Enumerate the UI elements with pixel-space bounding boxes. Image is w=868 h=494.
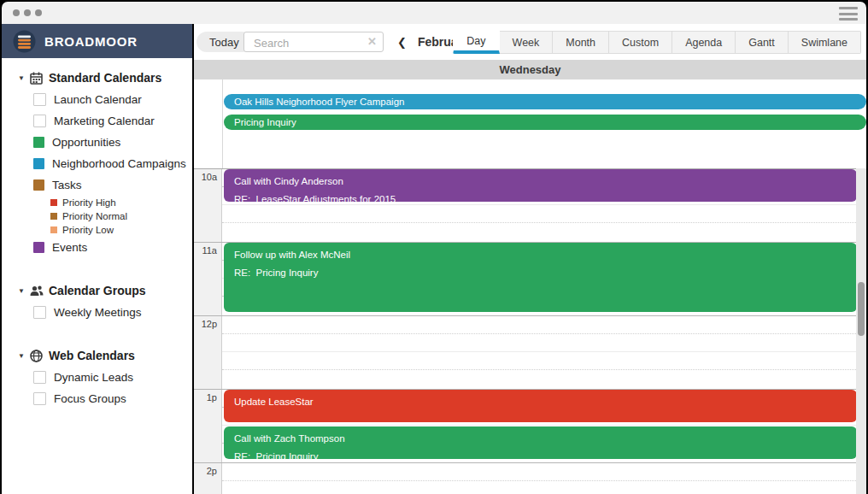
tab-gantt[interactable]: Gantt (736, 31, 789, 54)
item-label: Tasks (52, 179, 82, 191)
broadmoor-logo-icon (13, 30, 36, 53)
event-title: Call with Zach Thompson (234, 432, 847, 445)
collapse-arrow-icon: ▼ (18, 287, 30, 295)
section-web-calendars: ▼Web CalendarsDynamic LeadsFocus Groups (2, 344, 192, 409)
item-label: Priority High (62, 197, 116, 208)
search-input[interactable] (252, 33, 367, 52)
item-label: Launch Calendar (54, 93, 142, 106)
calendar-list: ▼Standard CalendarsLaunch CalendarMarket… (2, 58, 192, 409)
main-panel: Today ✕ ❮ February 16, 2015 ❯ DayWeekMon… (194, 24, 866, 494)
window-dot-icon[interactable] (24, 9, 31, 16)
section-label: Standard Calendars (49, 71, 161, 85)
app-window: BROADMOOR ▼Standard CalendarsLaunch Cale… (0, 0, 868, 494)
sidebar-item-opportunities[interactable]: Opportunities (2, 132, 192, 153)
event-title: Call with Cindy Anderson (234, 174, 847, 188)
item-label: Events (52, 241, 87, 254)
event-subtitle: RE: Pricing Inquiry (234, 266, 847, 279)
sidebar-item-priority-low[interactable]: Priority Low (2, 223, 192, 237)
window-controls[interactable] (13, 9, 42, 16)
allday-event[interactable]: Oak Hills Neighorhood Flyer Campaign (224, 94, 866, 109)
day-column-header: Wednesday (194, 60, 866, 79)
section-label: Calendar Groups (49, 284, 146, 297)
sidebar-item-events[interactable]: Events (2, 237, 192, 258)
sidebar-item-priority-normal[interactable]: Priority Normal (2, 209, 192, 223)
globe-icon (30, 350, 45, 362)
brand-name: BROADMOOR (44, 34, 138, 49)
view-tabs: DayWeekMonthCustomAgendaGanttSwimlane (453, 31, 861, 54)
color-swatch (33, 158, 44, 169)
vertical-scrollbar[interactable] (856, 168, 866, 494)
time-label: 2p (194, 463, 222, 494)
calendar-event[interactable]: Update LeaseStar (224, 390, 857, 422)
item-label: Neighborhood Campaigns (52, 157, 186, 170)
tab-month[interactable]: Month (553, 31, 609, 54)
sidebar-item-neighborhood-campaigns[interactable]: Neighborhood Campaigns (2, 153, 192, 174)
checkbox[interactable] (33, 115, 46, 127)
time-label: 12p (194, 316, 222, 389)
tab-day[interactable]: Day (453, 31, 499, 54)
search-box: ✕ (243, 32, 384, 52)
item-label: Dynamic Leads (54, 371, 133, 384)
checkbox[interactable] (33, 371, 46, 384)
calendar-event[interactable]: Call with Zach ThompsonRE: Pricing Inqui… (224, 426, 857, 459)
window-dot-icon[interactable] (35, 9, 42, 16)
sidebar-item-weekly-meetings[interactable]: Weekly Meetings (2, 302, 192, 323)
time-label: 1p (194, 390, 222, 462)
event-title: Follow up with Alex McNeil (234, 248, 847, 262)
tab-swimlane[interactable]: Swimlane (789, 31, 861, 54)
time-row: 2p (194, 463, 866, 494)
tab-custom[interactable]: Custom (609, 31, 672, 54)
people-icon (30, 285, 45, 297)
hamburger-icon[interactable] (839, 7, 858, 21)
event-subtitle: RE: Pricing Inquiry (234, 450, 847, 459)
time-cell[interactable] (222, 463, 866, 494)
item-label: Priority Normal (62, 211, 127, 221)
item-label: Weekly Meetings (54, 306, 142, 319)
calendar-icon (30, 72, 45, 85)
item-label: Marketing Calendar (54, 115, 155, 127)
color-swatch (50, 213, 57, 220)
gutter-divider (222, 79, 223, 168)
time-label: 10a (194, 169, 222, 242)
window-titlebar (2, 2, 866, 24)
checkbox[interactable] (33, 93, 46, 106)
calendar-event[interactable]: Call with Cindy AndersonRE: LeaseStar Ad… (224, 169, 857, 202)
allday-event[interactable]: Pricing Inquiry (224, 115, 866, 130)
time-cell[interactable] (222, 316, 866, 389)
chevron-left-icon[interactable]: ❮ (396, 36, 408, 49)
calendar-event[interactable]: Follow up with Alex McNeilRE: Pricing In… (224, 243, 857, 312)
sidebar-item-tasks[interactable]: Tasks (2, 174, 192, 196)
sidebar: BROADMOOR ▼Standard CalendarsLaunch Cale… (2, 24, 192, 494)
checkbox[interactable] (33, 306, 46, 319)
checkbox[interactable] (33, 392, 46, 405)
section-header-standard-calendars[interactable]: ▼Standard Calendars (2, 67, 192, 89)
sidebar-item-launch-calendar[interactable]: Launch Calendar (2, 89, 192, 110)
color-swatch (33, 137, 44, 148)
brand-header: BROADMOOR (2, 24, 192, 58)
color-swatch (50, 226, 57, 233)
toolbar: Today ✕ ❮ February 16, 2015 ❯ DayWeekMon… (194, 24, 866, 60)
sidebar-item-focus-groups[interactable]: Focus Groups (2, 388, 192, 409)
section-calendar-groups: ▼Calendar GroupsWeekly Meetings (2, 279, 192, 323)
color-swatch (33, 179, 44, 191)
section-header-web-calendars[interactable]: ▼Web Calendars (2, 344, 192, 367)
window-dot-icon[interactable] (13, 9, 20, 16)
collapse-arrow-icon: ▼ (18, 352, 30, 360)
event-title: Update LeaseStar (234, 395, 847, 409)
tab-agenda[interactable]: Agenda (672, 31, 736, 54)
section-standard-calendars: ▼Standard CalendarsLaunch CalendarMarket… (2, 67, 192, 258)
clear-search-icon[interactable]: ✕ (367, 35, 377, 48)
time-label: 11a (194, 243, 222, 315)
sidebar-item-dynamic-leads[interactable]: Dynamic Leads (2, 367, 192, 388)
section-header-calendar-groups[interactable]: ▼Calendar Groups (2, 279, 192, 302)
section-label: Web Calendars (49, 349, 135, 362)
item-label: Opportunities (52, 136, 120, 149)
item-label: Priority Low (62, 225, 114, 235)
event-subtitle: RE: LeaseStar Adjustments for 2015 (234, 192, 847, 202)
sidebar-item-priority-high[interactable]: Priority High (2, 196, 192, 209)
scrollbar-thumb[interactable] (858, 282, 865, 336)
collapse-arrow-icon: ▼ (18, 74, 30, 82)
tab-week[interactable]: Week (500, 31, 554, 54)
allday-area[interactable]: Oak Hills Neighorhood Flyer CampaignPric… (194, 79, 866, 168)
sidebar-item-marketing-calendar[interactable]: Marketing Calendar (2, 110, 192, 132)
